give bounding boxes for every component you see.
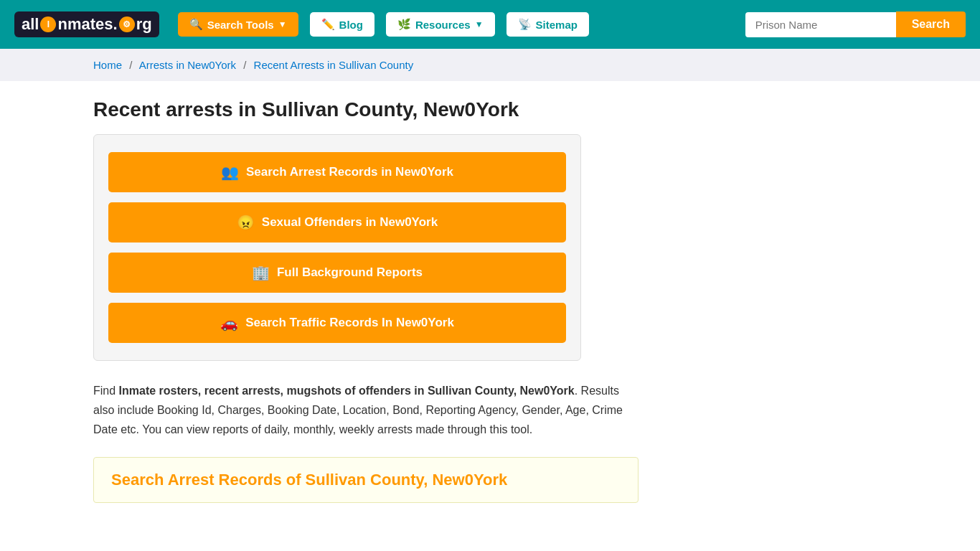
logo-icon-2: ⚙ <box>119 17 135 32</box>
traffic-records-button[interactable]: 🚗 Search Traffic Records In New0York <box>108 303 566 343</box>
background-reports-button[interactable]: 🏢 Full Background Reports <box>108 253 566 293</box>
background-reports-icon: 🏢 <box>252 264 270 281</box>
description-bold: Inmate rosters, recent arrests, mugshots… <box>119 385 575 397</box>
arrest-records-label: Search Arrest Records in New0York <box>246 165 453 179</box>
action-card: 👥 Search Arrest Records in New0York 😠 Se… <box>93 134 581 361</box>
header-search: Search <box>745 11 966 37</box>
breadcrumb-arrests[interactable]: Arrests in New0York <box>139 59 236 71</box>
main-content: Recent arrests in Sullivan County, New0Y… <box>0 81 980 520</box>
breadcrumb-current: Recent Arrests in Sullivan County <box>254 59 414 71</box>
blog-button[interactable]: ✏️ Blog <box>310 12 374 37</box>
search-tools-icon: 🔍 <box>189 18 203 31</box>
breadcrumb-sep-2: / <box>243 59 246 71</box>
resources-label: Resources <box>415 19 471 31</box>
breadcrumb-sep-1: / <box>129 59 132 71</box>
logo-icon: I <box>40 17 56 32</box>
arrest-records-icon: 👥 <box>221 164 239 181</box>
blog-icon: ✏️ <box>321 18 335 31</box>
header-search-button[interactable]: Search <box>896 11 966 37</box>
logo-text-2: nmates. <box>57 15 117 34</box>
resources-arrow: ▼ <box>475 19 484 29</box>
logo-text: all <box>22 15 39 34</box>
sitemap-icon: 📡 <box>518 18 532 31</box>
sexual-offenders-label: Sexual Offenders in New0York <box>262 215 438 230</box>
search-tools-button[interactable]: 🔍 Search Tools ▼ <box>178 12 298 37</box>
sitemap-button[interactable]: 📡 Sitemap <box>507 12 589 37</box>
search-tools-label: Search Tools <box>207 19 274 31</box>
logo-text-3: rg <box>136 15 152 34</box>
prison-name-input[interactable] <box>745 12 896 37</box>
arrest-search-title: Search Arrest Records of Sullivan County… <box>111 471 621 489</box>
arrest-records-button[interactable]: 👥 Search Arrest Records in New0York <box>108 152 566 192</box>
search-tools-arrow: ▼ <box>278 19 287 29</box>
breadcrumb-home[interactable]: Home <box>93 59 122 71</box>
arrest-search-section: Search Arrest Records of Sullivan County… <box>93 457 639 503</box>
blog-label: Blog <box>339 19 363 31</box>
resources-icon: 🌿 <box>397 18 411 31</box>
sitemap-label: Sitemap <box>536 19 578 31</box>
description-intro: Find <box>93 385 119 397</box>
page-title: Recent arrests in Sullivan County, New0Y… <box>93 98 887 121</box>
site-header: all I nmates. ⚙ rg 🔍 Search Tools ▼ ✏️ B… <box>0 0 980 49</box>
logo[interactable]: all I nmates. ⚙ rg <box>14 11 159 37</box>
breadcrumb: Home / Arrests in New0York / Recent Arre… <box>0 49 980 81</box>
page-description: Find Inmate rosters, recent arrests, mug… <box>93 381 639 440</box>
sexual-offenders-button[interactable]: 😠 Sexual Offenders in New0York <box>108 202 566 242</box>
sexual-offenders-icon: 😠 <box>237 214 255 231</box>
traffic-records-label: Search Traffic Records In New0York <box>245 316 454 330</box>
resources-button[interactable]: 🌿 Resources ▼ <box>386 12 495 37</box>
traffic-records-icon: 🚗 <box>220 314 238 331</box>
background-reports-label: Full Background Reports <box>277 265 423 280</box>
